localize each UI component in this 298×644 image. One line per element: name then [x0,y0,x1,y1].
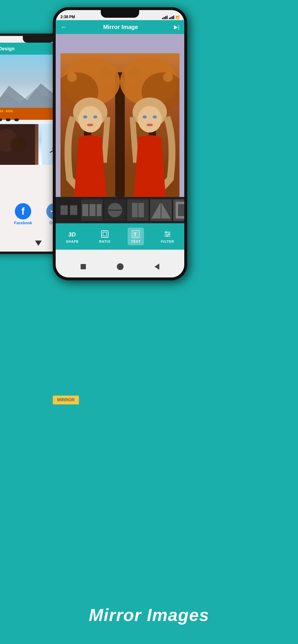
svg-rect-42 [70,205,77,215]
train-number-2: 8326 [6,109,13,113]
phone-back-header-title: Design [0,46,15,52]
3d-icon-svg: 3D [68,230,77,238]
women-figures [60,94,180,197]
status-icons: 📶 [162,16,180,19]
signal-icon [162,16,168,19]
thumbnail-6[interactable] [173,199,184,221]
svg-point-33 [93,115,97,118]
app-header: ← Mirror Image ▶| [56,20,184,34]
filter-icon-svg [163,230,172,238]
facebook-share[interactable]: f Facebook [14,203,32,225]
tool-shape[interactable]: 3D SHAPE [63,228,82,245]
thumbnail-5[interactable] [150,199,172,221]
wheel-2 [6,118,11,121]
svg-point-28 [163,72,173,82]
svg-point-27 [100,66,112,78]
app-title: Mirror Images [0,605,298,625]
svg-point-32 [83,115,87,118]
tool-text[interactable]: T TEXT [128,228,144,245]
text-icon-svg: T [131,230,140,238]
snowy-pine-svg [0,124,38,165]
ratio-icon [100,230,109,238]
text-icon: T [131,230,140,238]
nav-recents-button[interactable] [155,264,159,270]
phone-front-screen: 2:38 PM 📶 ← Mirror Image [56,10,184,278]
phone-front-nav [56,260,184,273]
woman-right-svg [120,94,180,197]
ratio-label: RATIO [99,240,111,244]
filter-icon [163,230,172,238]
svg-point-31 [78,106,102,132]
svg-text:T: T [134,232,136,237]
facebook-icon[interactable]: f [15,203,31,220]
header-title: Mirror Image [103,24,138,30]
svg-point-36 [138,106,162,132]
status-time: 2:38 PM [60,15,75,19]
svg-point-70 [166,235,168,237]
svg-point-68 [168,233,170,235]
svg-point-38 [142,115,146,118]
header-play-button[interactable]: ▶| [174,24,180,30]
svg-point-66 [165,232,167,233]
svg-point-13 [51,210,53,212]
nav-home-button[interactable] [81,264,86,269]
tool-ratio[interactable]: RATIO [96,228,114,245]
svg-rect-44 [82,204,88,216]
shape-label: SHAPE [66,240,79,244]
woman-left [60,94,120,197]
svg-rect-41 [60,205,68,215]
header-back-button[interactable]: ← [60,23,67,31]
thumbnail-3[interactable] [104,199,126,221]
svg-rect-45 [89,204,95,216]
svg-rect-46 [97,204,101,216]
tool-filter[interactable]: FILTER [158,228,177,245]
filter-label: FILTER [161,240,174,244]
woman-right [120,94,180,197]
train-number-1: 8326 [0,109,3,113]
bottom-toolbar: 3D SHAPE RATIO [56,223,184,250]
mirror-tab: MIRROR [53,396,79,404]
phone-back-notch [23,36,54,43]
svg-rect-60 [101,231,108,238]
back-nav-triangle[interactable] [35,240,42,246]
phone-front-notch [101,10,139,18]
mirror-image [60,53,180,197]
shape-icon: 3D [68,230,77,238]
thumbnail-1[interactable] [58,199,80,221]
svg-point-29 [128,66,140,78]
thumbnail-4[interactable] [127,199,149,221]
ratio-icon-svg [100,230,109,238]
svg-point-39 [146,124,153,126]
snowy-pine-image [0,124,38,165]
wifi-icon: 📶 [176,16,180,19]
mirror-tab-label: MIRROR [57,398,75,402]
svg-rect-61 [103,232,107,236]
svg-rect-58 [178,204,184,216]
svg-point-26 [67,72,77,82]
svg-text:3D: 3D [68,231,76,238]
woman-left-svg [60,94,120,197]
thumbnail-2[interactable] [81,199,103,221]
wheel-3 [14,118,19,121]
phone-front: 2:38 PM 📶 ← Mirror Image [53,7,187,280]
facebook-label: Facebook [14,221,32,225]
svg-point-34 [87,124,94,126]
signal-icon-2 [169,16,174,19]
canvas-area [56,34,184,197]
svg-point-4 [11,136,27,152]
thumbnail-strip [56,197,184,223]
svg-point-37 [153,115,157,118]
text-label: TEXT [131,240,140,244]
nav-back-button[interactable] [117,263,123,270]
